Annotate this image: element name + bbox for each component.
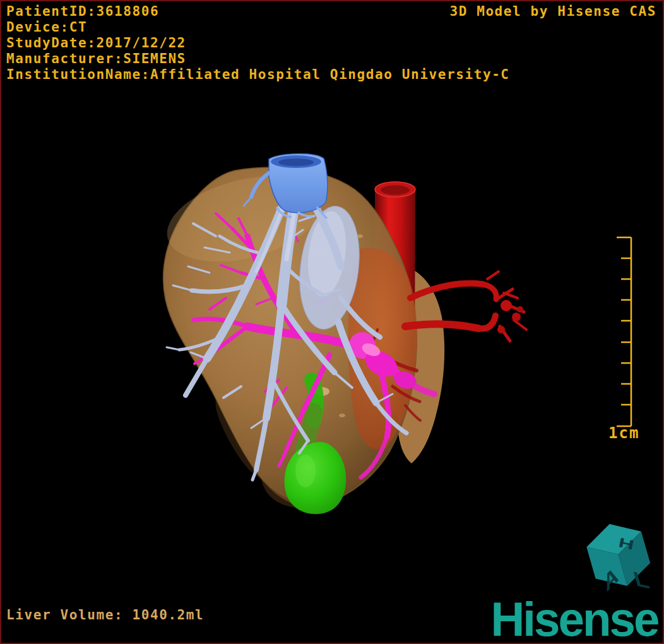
patient-id-line: PatientID:3618806 — [6, 4, 510, 20]
patient-info-block: PatientID:3618806 Device:CT StudyDate:20… — [6, 4, 510, 83]
hal-cube-logo-icon: H A L — [579, 519, 655, 595]
model-watermark: 3D Model by Hisense CAS — [449, 4, 656, 20]
liver-3d-model-viewport[interactable] — [1, 1, 664, 644]
cube-letter-l: L — [631, 567, 652, 593]
device-line: Device:CT — [6, 20, 510, 35]
scale-ruler — [607, 232, 645, 434]
manufacturer-line: Manufacturer:SIEMENS — [6, 51, 510, 67]
cube-letter-h: H — [617, 535, 636, 552]
hisense-logo: Hisense — [490, 600, 658, 638]
scale-label: 1cm — [608, 424, 639, 442]
institution-line: InstitutionName:Affiliated Hospital Qing… — [6, 67, 510, 83]
viewer-window: PatientID:3618806 Device:CT StudyDate:20… — [0, 0, 664, 644]
study-date-line: StudyDate:2017/12/22 — [6, 35, 510, 51]
liver-volume-readout: Liver Volume: 1040.2ml — [6, 607, 204, 623]
